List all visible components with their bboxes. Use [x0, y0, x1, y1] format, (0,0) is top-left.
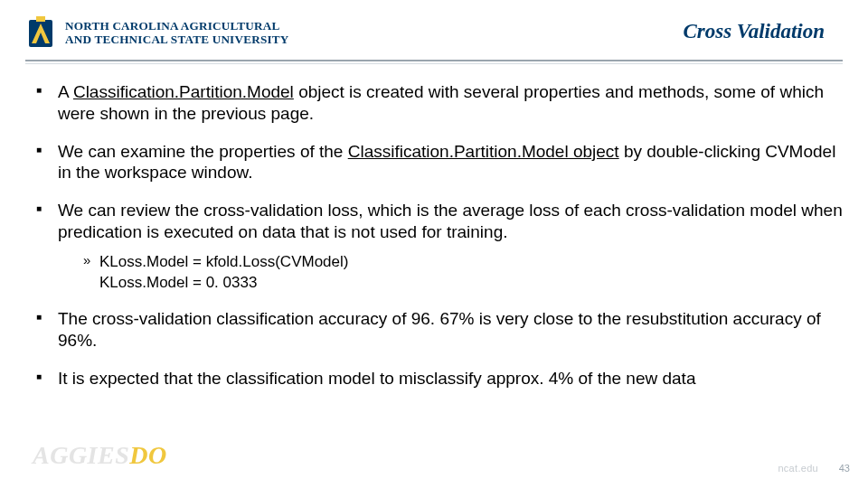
logo-block: NORTH CAROLINA AGRICULTURAL AND TECHNICA… [25, 14, 288, 51]
university-logo-icon [25, 14, 56, 51]
institution-line-2: AND TECHNICAL STATE UNIVERSITY [65, 33, 288, 46]
bullet-list: A Classification.Partition.Model object … [33, 81, 843, 389]
svg-rect-1 [36, 16, 45, 22]
watermark: AGGIESDO [33, 441, 167, 470]
underlined-term: Classification.Partition.Model [73, 82, 294, 101]
slide-title: Cross Validation [683, 20, 825, 43]
text: We can review the cross-validation loss,… [58, 201, 843, 241]
footer-url: ncat.edu [778, 463, 818, 474]
underlined-term: Classification.Partition.Model object [348, 142, 619, 161]
bullet-item: It is expected that the classification m… [33, 368, 843, 389]
text: A [58, 82, 73, 101]
watermark-part-1: AGGIES [33, 441, 129, 469]
watermark-part-2: DO [129, 441, 166, 469]
bullet-item: A Classification.Partition.Model object … [33, 81, 843, 125]
header: NORTH CAROLINA AGRICULTURAL AND TECHNICA… [0, 0, 868, 65]
bullet-item: The cross-validation classification accu… [33, 308, 843, 352]
content-area: A Classification.Partition.Model object … [33, 81, 843, 461]
sub-bullet-followup: KLoss.Model = 0. 0333 [58, 273, 843, 292]
bullet-item: We can examine the properties of the Cla… [33, 141, 843, 184]
sub-bullet-item: KLoss.Model = kfold.Loss(CVModel) [83, 252, 843, 271]
institution-line-1: NORTH CAROLINA AGRICULTURAL [65, 19, 279, 33]
header-rule-thin [25, 63, 843, 64]
text: We can examine the properties of the [58, 142, 348, 161]
institution-name: NORTH CAROLINA AGRICULTURAL AND TECHNICA… [65, 19, 288, 46]
page-number: 43 [839, 463, 850, 474]
header-rule-thick [25, 60, 843, 61]
sub-bullet-list: KLoss.Model = kfold.Loss(CVModel) [58, 252, 843, 271]
slide: NORTH CAROLINA AGRICULTURAL AND TECHNICA… [0, 0, 868, 488]
bullet-item: We can review the cross-validation loss,… [33, 200, 843, 292]
